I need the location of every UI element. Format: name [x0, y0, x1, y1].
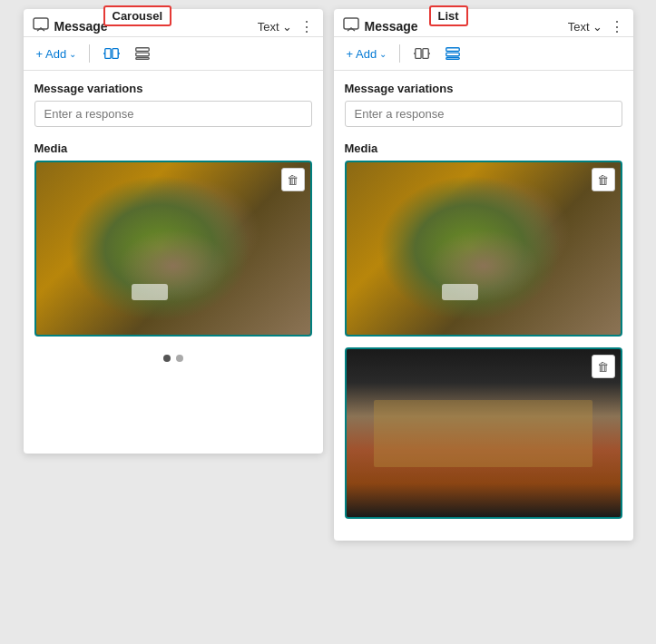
- delete-card-button-3[interactable]: 🗑: [592, 355, 615, 378]
- list-badge: List: [429, 5, 468, 26]
- media-section-2: Media 🗑 🗑: [345, 141, 622, 519]
- toolbar-separator: [89, 44, 90, 63]
- list-view-button-2[interactable]: [440, 43, 465, 64]
- delete-card-button-2[interactable]: 🗑: [592, 168, 615, 191]
- toolbar-2: + Add ⌄: [334, 37, 633, 71]
- svg-rect-1: [105, 49, 111, 59]
- more-icon-2[interactable]: ⋮: [610, 18, 624, 35]
- text-dropdown[interactable]: Text ⌄: [258, 20, 292, 34]
- response-input-2[interactable]: [345, 101, 622, 127]
- media-label: Media: [34, 141, 312, 155]
- svg-rect-10: [423, 49, 428, 59]
- toolbar-separator-2: [399, 44, 400, 63]
- message-icon: [33, 16, 49, 36]
- svg-rect-15: [446, 58, 459, 60]
- panel-body: Message variations Media 🗑: [24, 71, 323, 384]
- svg-rect-13: [446, 48, 459, 52]
- delete-card-button[interactable]: 🗑: [281, 168, 305, 191]
- list-view-button[interactable]: [130, 43, 155, 64]
- add-button[interactable]: + Add ⌄: [33, 45, 81, 63]
- response-input[interactable]: [34, 101, 312, 127]
- panel-title: Message: [54, 19, 108, 34]
- svg-rect-14: [446, 53, 459, 56]
- media-section: Media 🗑: [34, 141, 312, 337]
- aerial-image: [36, 162, 310, 335]
- more-icon[interactable]: ⋮: [299, 18, 314, 35]
- media-card-2: 🗑: [345, 161, 622, 337]
- media-card-1: 🗑: [34, 161, 312, 337]
- aerial-image-2: [347, 162, 621, 335]
- message-variations-label: Message variations: [34, 82, 312, 95]
- fish-image: [347, 349, 621, 517]
- dot-2: [176, 355, 183, 362]
- dot-1: [163, 355, 171, 362]
- carousel-view-button[interactable]: [99, 43, 124, 64]
- add-chevron-icon: ⌄: [69, 49, 76, 59]
- message-icon-2: [343, 16, 359, 36]
- media-label-2: Media: [345, 141, 622, 155]
- panel-title-2: Message: [365, 19, 418, 34]
- add-chevron-icon-2: ⌄: [379, 49, 387, 59]
- carousel-view-button-2[interactable]: [409, 43, 435, 64]
- panel-body-2: Message variations Media 🗑 🗑: [334, 71, 633, 541]
- message-variations-label-2: Message variations: [345, 82, 622, 95]
- list-panel: Message List Text ⌄ ⋮ + Add ⌄: [334, 9, 633, 541]
- chevron-down-icon-2: ⌄: [592, 20, 602, 34]
- svg-rect-6: [136, 53, 149, 56]
- media-card-3: 🗑: [345, 347, 622, 519]
- add-button-2[interactable]: + Add ⌄: [343, 45, 391, 63]
- svg-rect-2: [113, 49, 118, 59]
- chevron-down-icon: ⌄: [282, 20, 292, 34]
- carousel-panel: Message Carousel Text ⌄ ⋮ + Add ⌄: [24, 9, 323, 454]
- text-dropdown-2[interactable]: Text ⌄: [568, 20, 602, 34]
- carousel-dots: [34, 347, 312, 373]
- list-panel-header: Message List Text ⌄ ⋮: [334, 9, 633, 37]
- svg-rect-7: [136, 58, 149, 60]
- svg-rect-9: [416, 49, 421, 59]
- toolbar: + Add ⌄: [24, 37, 323, 71]
- svg-rect-5: [136, 48, 149, 52]
- carousel-panel-header: Message Carousel Text ⌄ ⋮: [24, 9, 323, 37]
- carousel-badge: Carousel: [103, 5, 172, 26]
